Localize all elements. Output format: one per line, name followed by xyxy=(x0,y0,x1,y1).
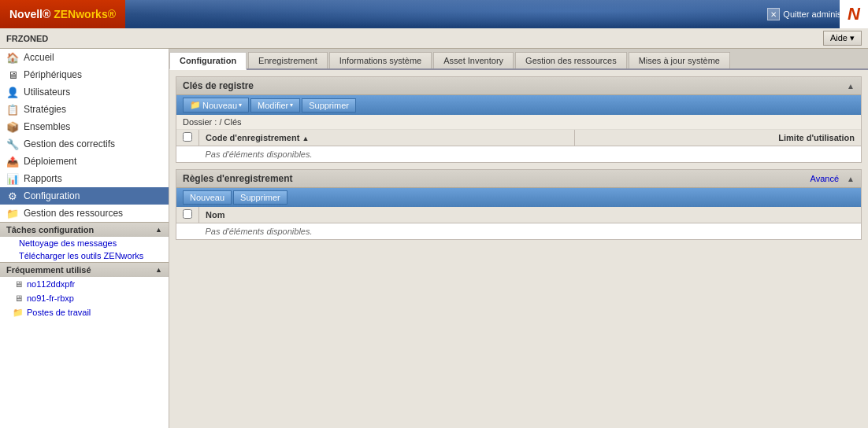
freq-icon: 📁 xyxy=(13,307,24,318)
sidebar-item-utilisateurs[interactable]: 👤 Utilisateurs xyxy=(0,83,169,101)
frequent-section-header: Fréquemment utilisé ▲ xyxy=(0,262,169,277)
sidebar-item-accueil[interactable]: 🏠 Accueil xyxy=(0,49,169,66)
deploiement-label: Déploiement xyxy=(24,156,76,167)
nouveau-dropdown-arrow: ▾ xyxy=(239,101,242,109)
freq-icon: 🖥 xyxy=(13,279,24,290)
registry-keys-toolbar: 📁 Nouveau ▾ Modifier ▾ Supprimer xyxy=(176,95,861,115)
panel: Clés de registre ▲ 📁 Nouveau ▾ Modifier … xyxy=(169,70,868,253)
tab-gestion-ressources[interactable]: Gestion des ressources xyxy=(515,52,627,68)
tasks-collapse-icon[interactable]: ▲ xyxy=(155,226,162,234)
registration-rules-controls: Avancé ▲ xyxy=(811,174,855,183)
content-area: ConfigurationEnregistrementInformations … xyxy=(169,49,868,428)
registration-rules-empty-msg: Pas d'éléments disponibles. xyxy=(199,223,862,240)
accueil-label: Accueil xyxy=(24,52,54,63)
nom-col: Nom xyxy=(199,207,862,223)
frequent-collapse-icon[interactable]: ▲ xyxy=(155,266,162,274)
rapports-label: Rapports xyxy=(24,173,62,184)
registration-rules-empty-row: Pas d'éléments disponibles. xyxy=(176,223,861,240)
sidebar-item-ensembles[interactable]: 📦 Ensembles xyxy=(0,118,169,135)
tab-asset-inventory[interactable]: Asset Inventory xyxy=(433,52,514,68)
task-link[interactable]: Télécharger les outils ZENworks xyxy=(0,249,169,262)
tasks-section-header: Tâches configuration ▲ xyxy=(0,222,169,237)
configuration-label: Configuration xyxy=(24,190,80,201)
header: Novell® ZENworks® ✕ Quitter administrato… xyxy=(0,0,868,28)
ensembles-icon: 📦 xyxy=(6,120,19,133)
gestion-correctifs-label: Gestion des correctifs xyxy=(24,138,115,149)
code-col-label: Code d'enregistrement xyxy=(206,133,299,142)
registry-modifier-button[interactable]: Modifier ▾ xyxy=(250,98,300,113)
registration-rules-title: Règles d'enregistrement xyxy=(183,173,293,184)
freq-item: 📁 Postes de travail xyxy=(0,305,169,319)
frequent-section-title: Fréquemment utilisé xyxy=(6,265,91,275)
freq-label[interactable]: Postes de travail xyxy=(27,308,91,317)
tab-informations-systeme[interactable]: Informations système xyxy=(329,52,432,68)
sidebar-item-rapports[interactable]: 📊 Rapports xyxy=(0,170,169,187)
tabs-bar: ConfigurationEnregistrementInformations … xyxy=(169,49,868,70)
sidebar-item-strategies[interactable]: 📋 Stratégies xyxy=(0,101,169,118)
sort-arrow[interactable]: ▲ xyxy=(302,135,309,142)
tab-mises-a-jour[interactable]: Mises à jour système xyxy=(629,52,730,68)
sidebar-item-peripheriques[interactable]: 🖥 Périphériques xyxy=(0,66,169,83)
gestion-ressources-label: Gestion des ressources xyxy=(24,208,123,219)
rules-supprimer-button[interactable]: Supprimer xyxy=(233,190,287,205)
sidebar-item-gestion-ressources[interactable]: 📁 Gestion des ressources xyxy=(0,205,169,222)
registration-rules-collapse[interactable]: ▲ xyxy=(847,175,855,183)
select-all-checkbox[interactable] xyxy=(183,132,192,142)
configuration-icon: ⚙ xyxy=(6,190,19,202)
sidebar-nav: 🏠 Accueil 🖥 Périphériques 👤 Utilisateurs… xyxy=(0,49,169,222)
limite-utilisation-col: Limite d'utilisation xyxy=(574,130,861,146)
checkbox-col xyxy=(176,130,199,146)
gestion-correctifs-icon: 🔧 xyxy=(6,138,19,150)
tab-configuration[interactable]: Configuration xyxy=(169,52,247,70)
registry-keys-title: Clés de registre xyxy=(183,80,254,91)
accueil-icon: 🏠 xyxy=(6,51,19,64)
n-logo: N xyxy=(840,0,868,28)
ensembles-label: Ensembles xyxy=(24,121,70,132)
sub-header: FRZONED Aide ▾ xyxy=(0,28,868,49)
rules-nouveau-button[interactable]: Nouveau xyxy=(183,190,232,205)
freq-icon: 🖥 xyxy=(13,293,24,304)
rules-checkbox-col xyxy=(176,207,199,223)
registry-keys-empty-row: Pas d'éléments disponibles. xyxy=(176,146,861,163)
frzoned-label: FRZONED xyxy=(6,34,48,43)
freq-label[interactable]: no112ddxpfr xyxy=(27,279,75,289)
folder-icon: 📁 xyxy=(190,100,201,110)
main-layout: 🏠 Accueil 🖥 Périphériques 👤 Utilisateurs… xyxy=(0,49,868,428)
tab-enregistrement[interactable]: Enregistrement xyxy=(248,52,328,68)
utilisateurs-label: Utilisateurs xyxy=(24,87,70,98)
registry-keys-table-header: Code d'enregistrement ▲ Limite d'utilisa… xyxy=(176,130,861,146)
code-enregistrement-col: Code d'enregistrement ▲ xyxy=(199,130,575,146)
registry-keys-table: Code d'enregistrement ▲ Limite d'utilisa… xyxy=(176,130,861,162)
registration-rules-table: Nom Pas d'éléments disponibles. xyxy=(176,207,861,239)
registration-rules-section: Règles d'enregistrement Avancé ▲ Nouveau… xyxy=(176,169,862,240)
utilisateurs-icon: 👤 xyxy=(6,86,19,98)
registry-keys-section: Clés de registre ▲ 📁 Nouveau ▾ Modifier … xyxy=(176,76,862,163)
folder-row: Dossier : / Clés xyxy=(176,115,861,130)
sidebar: 🏠 Accueil 🖥 Périphériques 👤 Utilisateurs… xyxy=(0,49,169,428)
advanced-link[interactable]: Avancé xyxy=(811,174,840,183)
sidebar-item-configuration[interactable]: ⚙ Configuration xyxy=(0,187,169,205)
registration-rules-table-header: Nom xyxy=(176,207,861,223)
peripheriques-label: Périphériques xyxy=(24,69,82,80)
registry-nouveau-button[interactable]: 📁 Nouveau ▾ xyxy=(183,98,249,113)
registry-keys-empty-msg: Pas d'éléments disponibles. xyxy=(199,146,862,163)
aide-button[interactable]: Aide ▾ xyxy=(823,31,862,46)
rules-select-all-checkbox[interactable] xyxy=(183,209,192,219)
strategies-label: Stratégies xyxy=(24,104,66,115)
registry-supprimer-button[interactable]: Supprimer xyxy=(302,98,356,113)
registry-keys-controls: ▲ xyxy=(847,82,855,90)
quit-icon: ✕ xyxy=(767,8,780,20)
task-link[interactable]: Nettoyage des messages xyxy=(0,237,169,249)
sidebar-item-gestion-correctifs[interactable]: 🔧 Gestion des correctifs xyxy=(0,135,169,153)
novell-label: Novell® ZENworks® xyxy=(9,8,116,20)
strategies-icon: 📋 xyxy=(6,103,19,116)
tasks-section-title: Tâches configuration xyxy=(6,225,94,234)
freq-label[interactable]: no91-fr-rbxp xyxy=(27,293,74,303)
freq-items: 🖥 no112ddxpfr 🖥 no91-fr-rbxp 📁 Postes de… xyxy=(0,277,169,319)
registry-keys-header: Clés de registre ▲ xyxy=(176,77,861,95)
sidebar-item-deploiement[interactable]: 📤 Déploiement xyxy=(0,153,169,170)
gestion-ressources-icon: 📁 xyxy=(6,207,19,220)
registry-keys-collapse[interactable]: ▲ xyxy=(847,82,855,90)
header-logo: Novell® ZENworks® xyxy=(0,0,125,28)
tasks-links: Nettoyage des messagesTélécharger les ou… xyxy=(0,237,169,262)
